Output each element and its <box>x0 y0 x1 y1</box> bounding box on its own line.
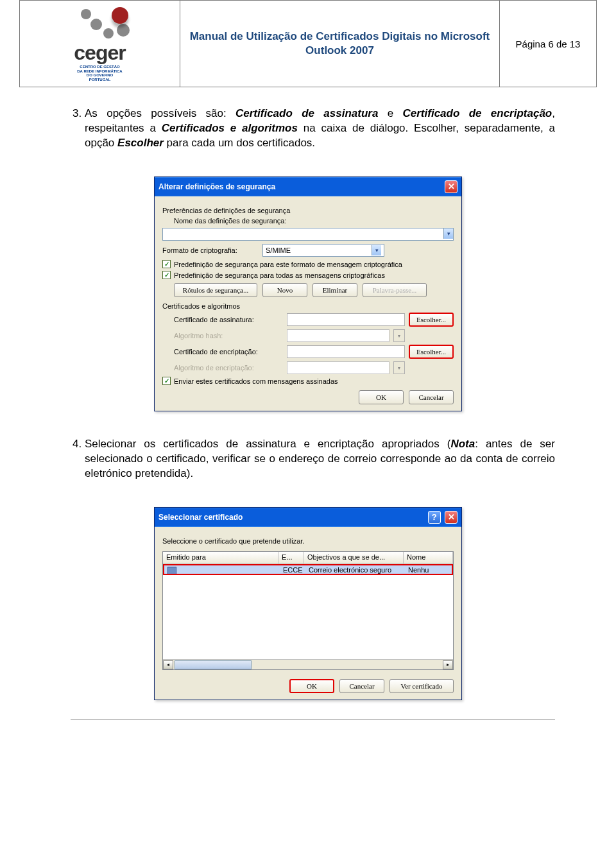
chk3-label: Enviar estes certificados com mensagens … <box>174 377 338 385</box>
instruction-4: Selecionar os certificados de assinatura… <box>85 437 555 481</box>
format-select[interactable]: S/MIME ▾ <box>262 244 384 257</box>
labels-button[interactable]: Rótulos de segurança... <box>174 283 257 297</box>
alg-enc-field <box>287 361 389 374</box>
checkbox-chk3[interactable]: ✓ <box>162 377 171 385</box>
hash-label: Algoritmo hash: <box>174 332 283 340</box>
cancel-button[interactable]: Cancelar <box>339 679 384 693</box>
ok-button[interactable]: OK <box>289 679 334 693</box>
logo-sub1: CENTRO DE GESTÃO <box>62 65 139 69</box>
escolher-sign-button[interactable]: Escolher... <box>409 313 454 327</box>
logo-cell: ceger CENTRO DE GESTÃO DA REDE INFORMÁTI… <box>20 1 180 87</box>
certificate-icon <box>167 567 176 574</box>
cert-sign-label: Certificado de assinatura: <box>174 316 283 323</box>
chevron-down-icon[interactable]: ▾ <box>372 245 381 255</box>
ok-button[interactable]: OK <box>359 390 404 404</box>
horizontal-scrollbar[interactable]: ◂ ▸ <box>163 659 453 669</box>
chevron-down-icon: ▾ <box>393 361 405 374</box>
intro-text: Seleccione o certificado que pretende ut… <box>162 537 454 545</box>
scroll-left-icon[interactable]: ◂ <box>163 660 173 669</box>
logo-sub3: DO GOVERNO <box>62 73 139 78</box>
footer-rule <box>71 719 555 720</box>
prefs-section-label: Preferências de definições de segurança <box>162 207 454 214</box>
cert-enc-field <box>287 345 405 358</box>
cert-enc-label: Certificado de encriptação: <box>174 348 283 356</box>
page-number: Página 6 de 13 <box>500 1 596 87</box>
escolher-enc-button[interactable]: Escolher... <box>409 345 454 359</box>
col-e[interactable]: E... <box>278 552 304 563</box>
checkbox-chk2[interactable]: ✓ <box>162 271 171 279</box>
view-certificate-button[interactable]: Ver certificado <box>389 679 454 693</box>
col-nome[interactable]: Nome <box>404 552 453 563</box>
eliminar-button[interactable]: Eliminar <box>312 283 357 297</box>
scroll-right-icon[interactable]: ▸ <box>443 660 453 669</box>
logo-sub2: DA REDE INFORMÁTICA <box>62 69 139 74</box>
chevron-down-icon[interactable]: ▾ <box>443 228 453 239</box>
novo-button[interactable]: Novo <box>262 283 307 297</box>
logo-word: ceger <box>62 41 139 65</box>
security-settings-dialog: Alterar definições de segurança ✕ Prefer… <box>154 176 462 411</box>
close-icon[interactable]: ✕ <box>445 180 458 193</box>
certs-section-label: Certificados e algoritmos <box>162 302 454 310</box>
chevron-down-icon: ▾ <box>393 329 405 342</box>
chk2-label: Predefinição de segurança para todas as … <box>174 271 385 279</box>
dialog-title: Alterar definições de segurança <box>158 182 275 191</box>
name-label: Nome das definições de segurança: <box>174 217 454 225</box>
col-objectivos[interactable]: Objectivos a que se de... <box>304 552 404 563</box>
alg-enc-label: Algoritmo de encriptação: <box>174 364 283 372</box>
doc-title: Manual de Utilização de Certificados Dig… <box>180 1 500 87</box>
hash-field <box>287 329 389 342</box>
chk1-label: Predefinição de segurança para este form… <box>174 261 402 268</box>
close-icon[interactable]: ✕ <box>445 511 458 524</box>
titlebar[interactable]: Seleccionar certificado ? ✕ <box>155 508 461 527</box>
format-label: Formato de criptografia: <box>162 246 259 254</box>
titlebar[interactable]: Alterar definições de segurança ✕ <box>155 177 461 196</box>
dialog-title: Seleccionar certificado <box>158 513 243 522</box>
cert-sign-field <box>287 313 405 326</box>
help-icon[interactable]: ? <box>428 511 441 524</box>
cancel-button[interactable]: Cancelar <box>409 390 454 404</box>
password-button: Palavra-passe... <box>363 283 427 297</box>
select-certificate-dialog: Seleccionar certificado ? ✕ Seleccione o… <box>154 507 462 700</box>
instruction-3: As opções possíveis são: Certificado de … <box>85 107 555 151</box>
scroll-thumb[interactable] <box>175 660 252 669</box>
certificate-row[interactable]: ECCE Correio electrónico seguro Nenhu <box>163 564 453 575</box>
page-header: ceger CENTRO DE GESTÃO DA REDE INFORMÁTI… <box>19 0 597 87</box>
logo-sub4: PORTUGAL <box>62 78 139 82</box>
col-emitido[interactable]: Emitido para <box>163 552 278 563</box>
checkbox-chk1[interactable]: ✓ <box>162 260 171 268</box>
list-header: Emitido para E... Objectivos a que se de… <box>163 552 453 564</box>
certificate-listview[interactable]: Emitido para E... Objectivos a que se de… <box>162 551 454 670</box>
